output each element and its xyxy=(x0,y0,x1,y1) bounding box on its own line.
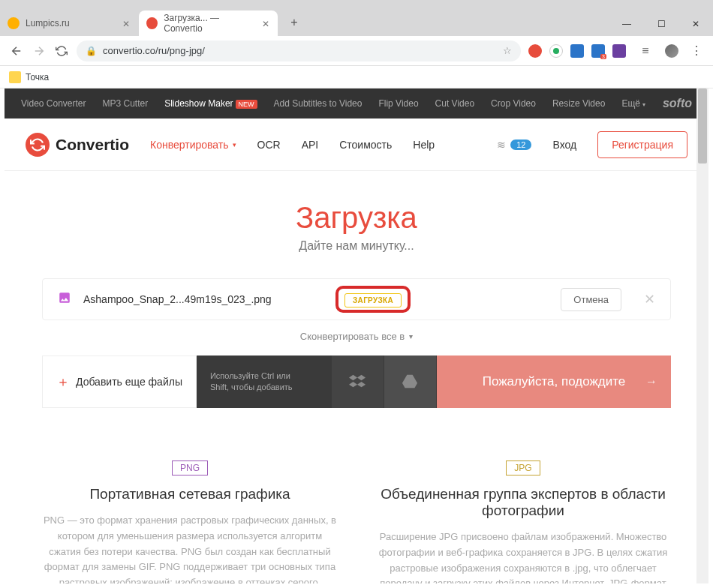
register-button[interactable]: Регистрация xyxy=(597,131,687,158)
info-text: Расширение JPG присвоено файлам изображе… xyxy=(375,530,671,584)
window-controls: — ☐ ✕ xyxy=(609,12,713,36)
nav-login[interactable]: Вход xyxy=(552,139,576,151)
back-button[interactable] xyxy=(9,44,24,58)
status-badge: ЗАГРУЗКА xyxy=(344,293,402,308)
info-text: PNG — это формат хранения растровых граф… xyxy=(42,513,338,584)
dropbox-button[interactable] xyxy=(332,356,384,408)
toolbar-label: Slideshow Maker xyxy=(164,98,233,109)
nav-label: Конвертировать xyxy=(150,139,229,151)
close-icon[interactable]: ✕ xyxy=(122,19,131,28)
scroll-thumb[interactable] xyxy=(698,88,707,164)
forward-button xyxy=(32,44,47,58)
extension-icon[interactable] xyxy=(549,44,563,58)
info-title: Портативная сетевая графика xyxy=(42,486,338,502)
extension-icon[interactable] xyxy=(528,44,542,58)
hero-section: Загрузка Дайте нам минутку... xyxy=(5,171,708,268)
chevron-down-icon: ▾ xyxy=(409,332,413,340)
info-col-jpg: JPG Объединенная группа экспертов в обла… xyxy=(375,460,671,584)
softo-toolbar: Video Converter MP3 Cutter Slideshow Mak… xyxy=(5,88,708,118)
toolbar-link[interactable]: Video Converter xyxy=(21,98,86,109)
star-icon[interactable]: ☆ xyxy=(503,45,512,56)
image-icon xyxy=(58,291,71,308)
nav-convert-dropdown[interactable]: Конвертировать ▾ xyxy=(150,139,236,151)
main-nav: Convertio Конвертировать ▾ OCR API Стоим… xyxy=(5,118,708,171)
reload-button[interactable] xyxy=(54,44,69,58)
url-input[interactable]: 🔒 convertio.co/ru/png-jpg/ ☆ xyxy=(77,40,521,62)
info-columns: PNG Портативная сетевая графика PNG — эт… xyxy=(42,460,671,584)
toolbar-link[interactable]: Flip Video xyxy=(378,98,418,109)
convert-all-selector[interactable]: Сконвертировать все в ▾ xyxy=(5,331,708,342)
extension-icon[interactable]: 3 xyxy=(591,44,605,58)
arrow-right-icon: → xyxy=(645,375,657,388)
extension-icon[interactable] xyxy=(612,44,626,58)
file-row: Ashampoo_Snap_2...49m19s_023_.png ЗАГРУЗ… xyxy=(42,278,671,320)
extension-icons: 3 ≡ ⋮ xyxy=(528,44,704,58)
more-label: Ещё xyxy=(621,98,640,109)
info-title: Объединенная группа экспертов в области … xyxy=(375,486,671,519)
maximize-button[interactable]: ☐ xyxy=(644,12,678,36)
minimize-button[interactable]: — xyxy=(609,12,644,36)
url-text: convertio.co/ru/png-jpg/ xyxy=(103,45,205,56)
chevron-down-icon: ▾ xyxy=(233,141,236,148)
action-row: ＋ Добавить еще файлы Используйте Ctrl ил… xyxy=(42,356,671,408)
file-name: Ashampoo_Snap_2...49m19s_023_.png xyxy=(83,293,301,305)
folder-icon xyxy=(9,71,21,83)
format-badge-png: PNG xyxy=(172,460,208,476)
convert-all-label: Сконвертировать все в xyxy=(300,331,405,342)
window-close-button[interactable]: ✕ xyxy=(678,12,713,36)
dropbox-icon xyxy=(349,374,366,390)
nav-api[interactable]: API xyxy=(302,139,319,151)
toolbar-link[interactable]: Cut Video xyxy=(435,98,474,109)
toolbar-link[interactable]: Resize Video xyxy=(552,98,606,109)
plus-icon: ＋ xyxy=(56,373,70,391)
new-tab-button[interactable]: + xyxy=(284,12,305,33)
highlight-annotation: ЗАГРУЗКА xyxy=(335,286,411,313)
nav-help[interactable]: Help xyxy=(413,139,435,151)
lock-icon: 🔒 xyxy=(86,46,97,56)
new-badge: NEW xyxy=(236,100,257,109)
wait-button: Пожалуйста, подождите → xyxy=(437,356,671,408)
brand-text: Convertio xyxy=(56,136,129,154)
layers-icon: ≋ xyxy=(497,139,506,151)
logo[interactable]: Convertio xyxy=(26,133,129,157)
toolbar-link-more[interactable]: Ещё ▾ xyxy=(621,98,645,109)
chevron-down-icon: ▾ xyxy=(642,101,645,108)
menu-button[interactable]: ⋮ xyxy=(689,44,704,58)
nav-ocr[interactable]: OCR xyxy=(257,139,281,151)
bookmarks-bar: Точка xyxy=(0,66,713,88)
google-drive-button[interactable] xyxy=(384,356,437,408)
logo-icon xyxy=(26,133,50,157)
add-more-button[interactable]: ＋ Добавить еще файлы xyxy=(42,356,197,408)
bookmark-item[interactable]: Точка xyxy=(9,71,49,83)
scrollbar[interactable] xyxy=(696,88,708,584)
add-more-label: Добавить еще файлы xyxy=(76,376,182,388)
credits-indicator[interactable]: ≋ 12 xyxy=(497,139,531,151)
softo-brand[interactable]: softo xyxy=(663,97,692,110)
avatar-icon[interactable] xyxy=(665,44,678,58)
browser-tab-active[interactable]: Загрузка... — Convertio ✕ xyxy=(139,10,278,36)
favicon-icon xyxy=(8,17,20,29)
page-content: Video Converter MP3 Cutter Slideshow Mak… xyxy=(5,88,708,584)
credits-badge: 12 xyxy=(510,140,531,150)
extension-icon[interactable] xyxy=(570,44,584,58)
bookmark-label: Точка xyxy=(26,72,49,82)
page-subtitle: Дайте нам минутку... xyxy=(5,239,708,253)
close-icon[interactable]: ✕ xyxy=(262,19,270,28)
toolbar-link[interactable]: Add Subtitles to Video xyxy=(274,98,363,109)
favicon-icon xyxy=(146,17,158,29)
tab-title: Lumpics.ru xyxy=(26,18,70,28)
add-hint: Используйте Ctrl или Shift, чтобы добави… xyxy=(197,356,332,408)
toolbar-link[interactable]: Slideshow MakerNEW xyxy=(164,98,257,109)
cancel-button[interactable]: Отмена xyxy=(561,288,621,311)
page-title: Загрузка xyxy=(5,201,708,235)
close-icon[interactable]: ✕ xyxy=(644,291,655,308)
reading-list-icon[interactable]: ≡ xyxy=(638,44,653,58)
nav-pricing[interactable]: Стоимость xyxy=(339,139,392,151)
toolbar-link[interactable]: Crop Video xyxy=(491,98,536,109)
tab-title: Загрузка... — Convertio xyxy=(164,13,255,34)
format-badge-jpg: JPG xyxy=(506,460,540,476)
browser-tab-inactive[interactable]: Lumpics.ru ✕ xyxy=(0,10,139,36)
toolbar-link[interactable]: MP3 Cutter xyxy=(103,98,149,109)
wait-label: Пожалуйста, подождите xyxy=(483,374,626,389)
address-bar: 🔒 convertio.co/ru/png-jpg/ ☆ 3 ≡ ⋮ xyxy=(0,36,713,66)
